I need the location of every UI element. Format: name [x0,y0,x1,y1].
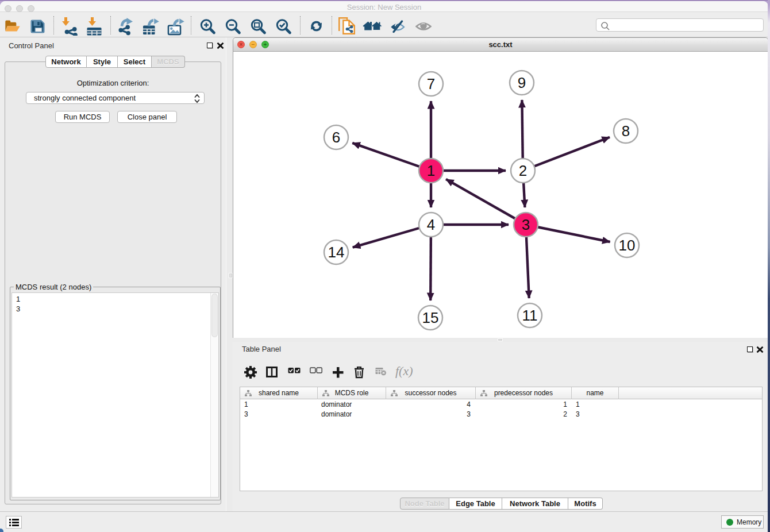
svg-text:8: 8 [622,122,630,140]
svg-text:4: 4 [427,216,435,233]
svg-text:14: 14 [328,244,345,261]
svg-text:9: 9 [518,74,526,91]
svg-text:11: 11 [522,307,538,324]
svg-text:3: 3 [522,216,530,233]
svg-text:10: 10 [619,237,636,254]
svg-text:1: 1 [427,162,435,179]
svg-text:6: 6 [332,129,340,146]
svg-text:2: 2 [519,162,527,179]
svg-text:7: 7 [427,75,435,92]
svg-text:15: 15 [422,309,439,326]
